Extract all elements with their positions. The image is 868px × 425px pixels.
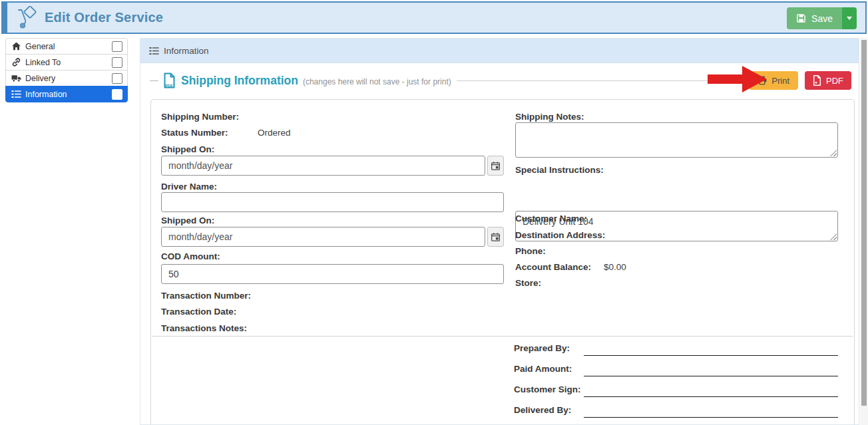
- delivered-by-label: Delivered By:: [514, 405, 571, 415]
- sidebar: General Linked To Delivery: [5, 38, 128, 102]
- phone-label: Phone:: [515, 246, 546, 256]
- ordered-list-icon: [149, 46, 159, 56]
- sidebar-item-general[interactable]: General: [5, 38, 128, 55]
- sidebar-item-label: Linked To: [25, 58, 61, 67]
- sidebar-checkbox-delivery[interactable]: [112, 73, 122, 84]
- signature-block: Prepared By: Paid Amount: Customer Sign:…: [514, 340, 838, 422]
- cod-amount-label: COD Amount:: [161, 251, 220, 261]
- link-icon: [11, 57, 21, 67]
- customer-name-label: Customer Name:: [515, 213, 587, 223]
- section-divider: [152, 336, 853, 337]
- title-bar: Edit Order Service Save: [1, 1, 867, 34]
- account-balance-value: $0.00: [604, 262, 626, 272]
- printer-icon: [758, 76, 767, 85]
- calendar-picker-button[interactable]: [487, 227, 504, 247]
- delivered-by-line: [584, 417, 838, 418]
- transaction-date-label: Transaction Date:: [161, 307, 236, 317]
- legend-line: [457, 80, 742, 81]
- section-subtitle: (changes here will not save - just for p…: [303, 75, 451, 86]
- special-instructions-label: Special Instructions:: [515, 165, 604, 175]
- home-icon: [11, 41, 21, 51]
- sidebar-item-delivery[interactable]: Delivery: [5, 70, 128, 86]
- truck-icon: [11, 73, 21, 83]
- shipping-information-legend: PDF Shipping Information (changes here w…: [150, 70, 851, 91]
- save-button-group: Save: [787, 7, 857, 29]
- section-title: Shipping Information: [181, 74, 298, 88]
- transactions-notes-label: Transactions Notes:: [161, 323, 247, 333]
- sidebar-checkbox-linked-to[interactable]: [112, 57, 122, 68]
- delivered-by-row: Delivered By:: [514, 402, 838, 422]
- page-title: Edit Order Service: [45, 10, 163, 25]
- sidebar-checkbox-general[interactable]: [112, 41, 122, 52]
- print-button[interactable]: Print: [749, 71, 798, 90]
- shipping-number-label: Shipping Number:: [161, 112, 239, 122]
- shipping-notes-label: Shipping Notes:: [515, 112, 584, 122]
- ordered-list-icon: [11, 89, 21, 99]
- customer-sign-row: Customer Sign:: [514, 381, 838, 402]
- shipped-on-label: Shipped On:: [161, 144, 214, 154]
- shipped-on-2-date-group: [161, 227, 504, 247]
- store-label: Store:: [515, 278, 541, 288]
- paid-amount-line: [584, 376, 838, 376]
- paid-amount-row: Paid Amount:: [514, 360, 838, 381]
- paid-amount-label: Paid Amount:: [514, 364, 572, 374]
- driver-name-input[interactable]: [161, 192, 504, 212]
- prepared-by-row: Prepared By:: [514, 340, 838, 360]
- shipping-form: Shipping Number: Status Number: Ordered …: [150, 99, 855, 425]
- calendar-picker-button[interactable]: [487, 156, 504, 176]
- chevron-down-icon: [847, 17, 852, 20]
- sidebar-item-label: Delivery: [25, 74, 55, 83]
- destination-address-label: Destination Address:: [515, 230, 605, 240]
- customer-sign-line: [584, 396, 838, 397]
- account-balance-label: Account Balance:: [515, 262, 591, 272]
- sidebar-checkbox-information[interactable]: [112, 89, 122, 100]
- driver-name-label: Driver Name:: [161, 182, 217, 192]
- calendar-icon: [491, 161, 501, 171]
- shipping-notes-textarea[interactable]: [515, 122, 838, 158]
- sidebar-item-label: General: [25, 42, 55, 51]
- pdf-file-icon: [813, 75, 821, 86]
- panel-header: Information: [140, 39, 859, 63]
- shipped-on-date-group: [161, 156, 504, 176]
- shipped-on-2-label: Shipped On:: [161, 215, 214, 225]
- save-button-label: Save: [811, 13, 833, 24]
- calendar-icon: [491, 232, 501, 242]
- pdf-button-label: PDF: [826, 76, 843, 86]
- sidebar-item-linked-to[interactable]: Linked To: [5, 54, 128, 71]
- save-dropdown-button[interactable]: [842, 7, 857, 29]
- prepared-by-label: Prepared By:: [514, 343, 570, 353]
- prepared-by-line: [584, 355, 838, 356]
- transaction-number-label: Transaction Number:: [161, 291, 251, 301]
- panel-header-label: Information: [164, 46, 209, 56]
- information-panel: Information PDF Shipping Information (ch…: [140, 38, 859, 425]
- sidebar-item-label: Information: [25, 90, 67, 99]
- shipped-on-date-input[interactable]: [161, 156, 485, 176]
- cod-amount-input[interactable]: [161, 264, 504, 284]
- vertical-scrollbar[interactable]: [860, 38, 868, 425]
- floppy-disk-icon: [796, 13, 806, 23]
- pdf-file-icon: PDF: [163, 72, 176, 88]
- scrollbar-thumb[interactable]: [861, 40, 867, 406]
- sidebar-item-information[interactable]: Information: [5, 86, 128, 102]
- print-button-label: Print: [771, 76, 789, 86]
- pdf-icon-text: PDF: [165, 84, 173, 88]
- shipped-on-2-date-input[interactable]: [161, 227, 485, 247]
- hand-truck-icon: [15, 6, 39, 30]
- save-button[interactable]: Save: [787, 7, 842, 29]
- status-number-label: Status Number:: [161, 128, 228, 138]
- pdf-button[interactable]: PDF: [805, 71, 851, 90]
- shipping-notes-wrap: [515, 122, 838, 158]
- customer-sign-label: Customer Sign:: [514, 384, 581, 394]
- legend-dash: [150, 80, 158, 81]
- status-number-value: Ordered: [258, 128, 291, 138]
